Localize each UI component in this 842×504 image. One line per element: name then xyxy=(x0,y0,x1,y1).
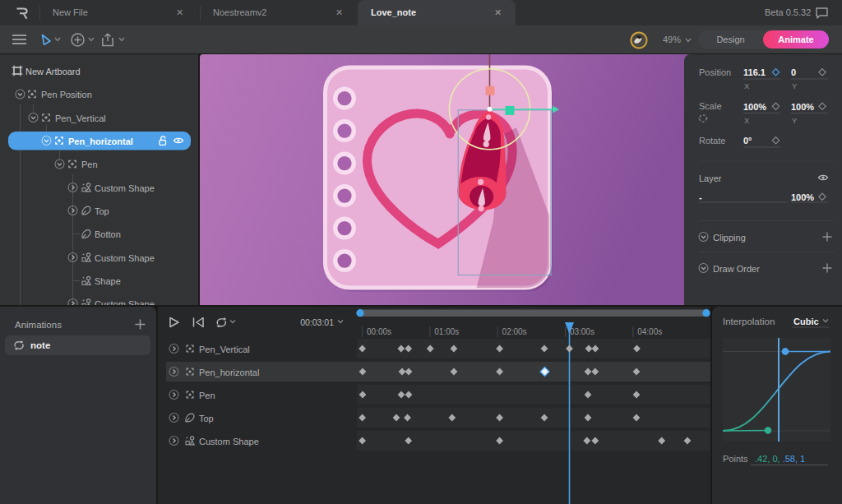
svg-text:-: - xyxy=(699,192,702,202)
svg-text:Shape: Shape xyxy=(95,276,121,286)
svg-text:Draw Order: Draw Order xyxy=(713,264,760,274)
svg-text:03:00s: 03:00s xyxy=(570,327,594,336)
svg-text:New Artboard: New Artboard xyxy=(25,67,81,76)
svg-text:Rotate: Rotate xyxy=(699,136,725,146)
svg-text:Scale: Scale xyxy=(699,101,722,111)
svg-text:02:00s: 02:00s xyxy=(502,327,527,336)
svg-text:00:00s: 00:00s xyxy=(367,327,391,336)
svg-text:Botton: Botton xyxy=(95,229,121,239)
svg-text:Pen_horizontal: Pen_horizontal xyxy=(68,136,133,146)
svg-text:Y: Y xyxy=(792,116,798,125)
svg-text:Custom Shape: Custom Shape xyxy=(95,183,155,193)
svg-text:Interpolation: Interpolation xyxy=(723,317,775,326)
svg-text:04:00s: 04:00s xyxy=(637,327,662,336)
svg-text:Pen: Pen xyxy=(199,391,215,400)
svg-text:100%: 100% xyxy=(791,102,814,112)
svg-text:Custom Shape: Custom Shape xyxy=(95,253,155,263)
svg-text:Pen_Vertical: Pen_Vertical xyxy=(199,344,250,354)
svg-text:Top: Top xyxy=(199,414,214,423)
svg-text:01:00s: 01:00s xyxy=(434,327,459,336)
svg-text:Pen Position: Pen Position xyxy=(41,90,92,99)
svg-text:X: X xyxy=(744,116,750,125)
svg-text:100%: 100% xyxy=(743,102,766,112)
svg-text:Custom Shape: Custom Shape xyxy=(199,437,259,446)
svg-text:Layer: Layer xyxy=(699,173,722,183)
svg-text:Pen: Pen xyxy=(81,160,98,169)
svg-text:Points: Points xyxy=(723,454,748,464)
svg-text:0°: 0° xyxy=(743,136,752,146)
svg-text:Cubic: Cubic xyxy=(793,317,819,326)
svg-text:.42, 0, .58, 1: .42, 0, .58, 1 xyxy=(755,454,805,464)
svg-text:X: X xyxy=(744,81,750,90)
svg-text:Top: Top xyxy=(95,206,109,216)
svg-text:Position: Position xyxy=(699,67,731,77)
svg-text:Custom Shape: Custom Shape xyxy=(95,299,155,306)
svg-text:100%: 100% xyxy=(791,192,814,202)
svg-text:116.1: 116.1 xyxy=(743,67,766,77)
svg-text:Pen_Vertical: Pen_Vertical xyxy=(55,113,106,123)
svg-text:Y: Y xyxy=(792,81,798,90)
svg-text:Clipping: Clipping xyxy=(713,233,746,243)
svg-text:0: 0 xyxy=(791,67,796,77)
svg-text:Pen_horizontal: Pen_horizontal xyxy=(199,368,259,377)
svg-text:00:03:01: 00:03:01 xyxy=(300,317,334,327)
